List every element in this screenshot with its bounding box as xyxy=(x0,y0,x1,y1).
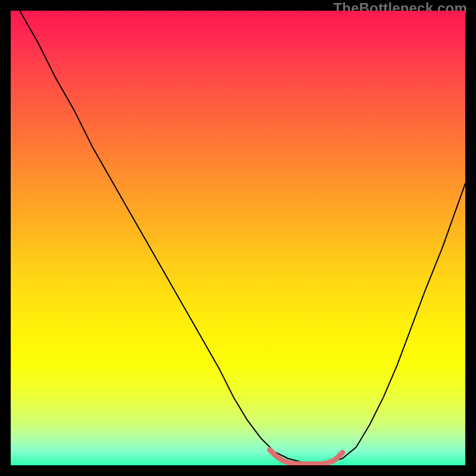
chart-frame: TheBottleneck.com xyxy=(0,0,476,476)
plot-area xyxy=(11,11,465,465)
bottleneck-curve xyxy=(20,11,465,464)
optimal-range-curve xyxy=(270,450,343,464)
curve-layer xyxy=(11,11,465,465)
